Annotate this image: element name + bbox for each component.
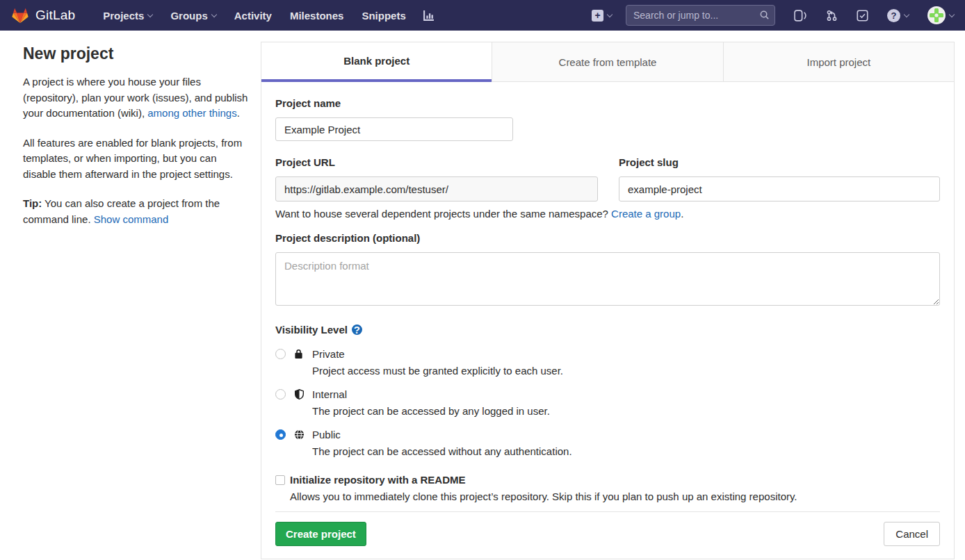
- readme-description: Allows you to immediately clone this pro…: [290, 491, 940, 502]
- new-project-form: Project name Project URL Project slug Wa…: [261, 82, 954, 559]
- private-radio[interactable]: [275, 349, 286, 359]
- nav-item-snippets[interactable]: Snippets: [362, 10, 405, 22]
- form-footer: Create project Cancel: [275, 511, 940, 559]
- project-name-input[interactable]: [275, 117, 513, 141]
- gitlab-tanuki-icon: [11, 7, 29, 24]
- project-description-textarea[interactable]: [275, 252, 940, 306]
- url-slug-row: Project URL Project slug: [275, 156, 940, 201]
- project-description-group: Project description (optional): [275, 232, 940, 308]
- new-project-panel: Blank project Create from template Impor…: [261, 42, 955, 559]
- intro-paragraph-2: All features are enabled for blank proje…: [23, 135, 250, 183]
- page-title: New project: [23, 44, 250, 63]
- chevron-down-icon: [949, 11, 955, 17]
- namespace-hint: Want to house several dependent projects…: [275, 208, 940, 220]
- public-option-label: Public: [312, 429, 940, 440]
- search-icon[interactable]: [759, 10, 770, 20]
- todos-button[interactable]: [857, 10, 868, 22]
- show-command-link[interactable]: Show command: [94, 213, 169, 225]
- globe-icon: [294, 429, 305, 440]
- issues-icon: [794, 10, 807, 22]
- readme-label: Initialize repository with a README: [290, 474, 940, 486]
- help-menu-button[interactable]: ?: [887, 9, 909, 22]
- help-icon: ?: [887, 9, 900, 22]
- nav-item-projects[interactable]: Projects: [103, 10, 152, 22]
- intro-tip: Tip: You can also create a project from …: [23, 196, 250, 227]
- visibility-option-private: Private Project access must be granted e…: [275, 348, 940, 377]
- cancel-button[interactable]: Cancel: [884, 522, 940, 546]
- merge-requests-button[interactable]: [826, 10, 838, 22]
- analytics-button[interactable]: [423, 10, 435, 22]
- brand-name: GitLab: [35, 8, 75, 23]
- user-menu-button[interactable]: [927, 6, 954, 24]
- plus-icon: +: [592, 10, 603, 22]
- project-slug-input[interactable]: [619, 176, 940, 201]
- tab-create-from-template[interactable]: Create from template: [492, 42, 722, 82]
- search-box: [626, 5, 775, 26]
- issues-button[interactable]: [794, 10, 807, 22]
- internal-option-description: The project can be accessed by any logge…: [312, 405, 940, 417]
- todos-icon: [857, 10, 868, 22]
- tab-import-project[interactable]: Import project: [723, 42, 954, 82]
- project-url-input[interactable]: [275, 176, 598, 201]
- nav-item-groups[interactable]: Groups: [170, 10, 216, 22]
- chevron-down-icon: [147, 11, 153, 17]
- create-project-button[interactable]: Create project: [275, 522, 366, 546]
- chevron-down-icon: [607, 11, 613, 17]
- visibility-help-icon[interactable]: ?: [352, 324, 362, 335]
- project-description-label: Project description (optional): [275, 232, 940, 244]
- project-name-group: Project name: [275, 97, 940, 141]
- intro-paragraph-1: A project is where you house your files …: [23, 74, 250, 122]
- project-url-label: Project URL: [275, 156, 598, 168]
- primary-nav: Projects Groups Activity Milestones Snip…: [85, 10, 435, 22]
- nav-item-activity[interactable]: Activity: [234, 10, 272, 22]
- search-input[interactable]: [626, 5, 775, 26]
- avatar: [927, 6, 946, 24]
- create-a-group-link[interactable]: Create a group: [611, 208, 681, 220]
- among-other-things-link[interactable]: among other things: [147, 107, 236, 119]
- page-content: New project A project is where you house…: [0, 31, 965, 559]
- tip-label: Tip:: [23, 197, 42, 209]
- bar-chart-icon: [423, 10, 435, 22]
- top-navbar: GitLab Projects Groups Activity Mileston…: [0, 0, 965, 31]
- public-option-description: The project can be accessed without any …: [312, 445, 940, 457]
- project-type-tabs: Blank project Create from template Impor…: [261, 42, 954, 82]
- private-option-description: Project access must be granted explicitl…: [312, 365, 940, 377]
- gitlab-home-link[interactable]: GitLab: [11, 7, 75, 24]
- private-option-label: Private: [312, 348, 940, 360]
- lock-icon: [294, 349, 303, 359]
- merge-requests-icon: [826, 10, 838, 22]
- intro-sidebar: New project A project is where you house…: [23, 42, 250, 559]
- nav-item-milestones[interactable]: Milestones: [290, 10, 344, 22]
- project-name-label: Project name: [275, 97, 940, 109]
- internal-radio[interactable]: [275, 389, 286, 400]
- visibility-option-internal: Internal The project can be accessed by …: [275, 388, 940, 417]
- project-slug-label: Project slug: [619, 156, 940, 168]
- visibility-level-heading: Visibility Level ?: [275, 324, 940, 336]
- visibility-option-public: Public The project can be accessed witho…: [275, 429, 940, 457]
- chevron-down-icon: [904, 11, 909, 17]
- internal-option-label: Internal: [312, 388, 940, 400]
- readme-option: Initialize repository with a README Allo…: [275, 474, 940, 502]
- chevron-down-icon: [211, 11, 216, 17]
- public-radio[interactable]: [275, 429, 286, 440]
- new-menu-button[interactable]: +: [592, 10, 612, 22]
- readme-checkbox[interactable]: [275, 475, 285, 485]
- shield-icon: [294, 388, 305, 400]
- tab-blank-project[interactable]: Blank project: [261, 42, 492, 82]
